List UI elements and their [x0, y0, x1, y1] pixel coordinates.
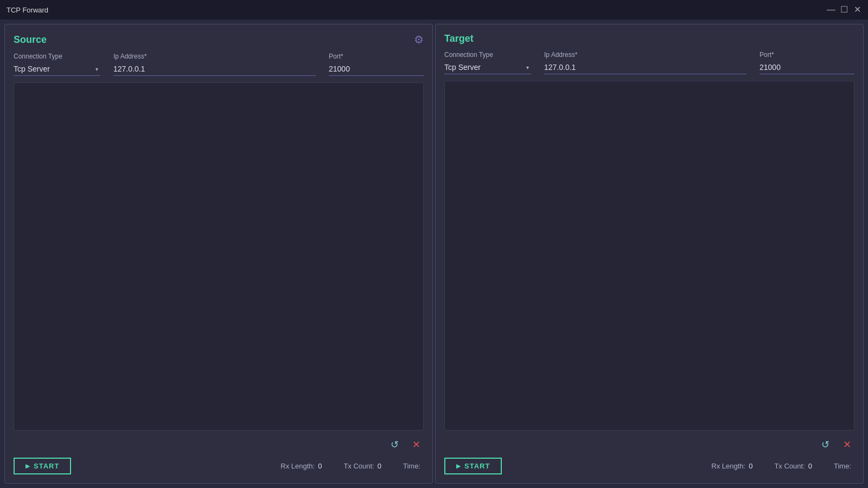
gear-icon[interactable]: ⚙ — [414, 33, 424, 46]
target-rx-value: 0 — [749, 462, 752, 470]
target-title: Target — [444, 33, 474, 44]
close-button[interactable]: ✕ — [853, 5, 861, 14]
target-tx-value: 0 — [808, 462, 812, 470]
source-bottom-controls: ↺ ✕ — [14, 437, 424, 452]
source-refresh-button[interactable]: ↺ — [387, 437, 402, 452]
target-status-bar: Rx Length: 0 Tx Count: 0 Time: — [711, 462, 854, 470]
target-tx-item: Tx Count: 0 — [774, 462, 812, 470]
source-connection-type-select[interactable]: Tcp Server Tcp Client UDP — [14, 62, 100, 76]
target-panel: Target Connection Type Tcp Server Tcp Cl… — [435, 24, 864, 484]
source-port-input[interactable] — [329, 62, 424, 76]
target-play-icon: ▶ — [456, 463, 461, 469]
source-connection-type-label: Connection Type — [14, 53, 100, 60]
target-form-row: Connection Type Tcp Server Tcp Client UD… — [444, 51, 854, 74]
source-start-button[interactable]: ▶ START — [14, 458, 71, 474]
target-refresh-button[interactable]: ↺ — [818, 437, 833, 452]
target-close-button[interactable]: ✕ — [839, 437, 854, 452]
source-tx-label: Tx Count: — [343, 462, 374, 470]
target-time-item: Time: — [834, 462, 854, 470]
source-rx-value: 0 — [318, 462, 322, 470]
source-panel-bottom: ↺ ✕ ▶ START Rx Length: 0 Tx Count: 0 — [14, 437, 424, 474]
source-form-row: Connection Type Tcp Server Tcp Client UD… — [14, 53, 424, 76]
target-tx-label: Tx Count: — [774, 462, 805, 470]
source-time-item: Time: — [403, 462, 424, 470]
maximize-button[interactable]: ☐ — [840, 5, 848, 14]
title-bar: TCP Forward — ☐ ✕ — [0, 0, 868, 20]
target-panel-bottom: ↺ ✕ ▶ START Rx Length: 0 Tx Count: 0 — [444, 437, 854, 474]
target-bottom-controls: ↺ ✕ — [444, 437, 854, 452]
source-close-button[interactable]: ✕ — [409, 437, 424, 452]
source-status-bar: Rx Length: 0 Tx Count: 0 Time: — [280, 462, 424, 470]
target-start-button[interactable]: ▶ START — [444, 458, 502, 474]
window-controls: — ☐ ✕ — [827, 5, 861, 14]
source-time-label: Time: — [403, 462, 420, 470]
source-log-area — [14, 82, 424, 431]
minimize-button[interactable]: — — [827, 5, 835, 14]
source-rx-label: Rx Length: — [280, 462, 315, 470]
source-panel: Source ⚙ Connection Type Tcp Server Tcp … — [4, 24, 433, 484]
source-rx-item: Rx Length: 0 — [280, 462, 322, 470]
source-tx-item: Tx Count: 0 — [343, 462, 381, 470]
source-title: Source — [14, 34, 47, 46]
target-start-label: START — [464, 462, 490, 470]
app-title: TCP Forward — [7, 6, 48, 14]
source-play-icon: ▶ — [25, 463, 30, 469]
source-ip-input[interactable] — [113, 62, 316, 76]
source-port-label: Port* — [329, 53, 424, 60]
target-rx-item: Rx Length: 0 — [711, 462, 752, 470]
target-port-label: Port* — [760, 51, 854, 59]
target-header: Target — [444, 33, 854, 44]
target-port-group: Port* — [760, 51, 854, 74]
source-start-label: START — [34, 462, 59, 470]
main-content: Source ⚙ Connection Type Tcp Server Tcp … — [0, 20, 868, 488]
target-time-label: Time: — [834, 462, 851, 470]
target-ip-address-group: Ip Address* — [544, 51, 746, 74]
source-port-group: Port* — [329, 53, 424, 76]
target-connection-type-group: Connection Type Tcp Server Tcp Client UD… — [444, 51, 531, 74]
target-connection-type-select-wrapper: Tcp Server Tcp Client UDP ▾ — [444, 61, 531, 74]
target-port-input[interactable] — [760, 61, 854, 74]
source-connection-type-group: Connection Type Tcp Server Tcp Client UD… — [14, 53, 100, 76]
target-connection-type-label: Connection Type — [444, 51, 531, 59]
target-log-area — [444, 81, 854, 431]
source-connection-type-select-wrapper: Tcp Server Tcp Client UDP ▾ — [14, 62, 100, 76]
source-ip-address-group: Ip Address* — [113, 53, 316, 76]
target-connection-type-select[interactable]: Tcp Server Tcp Client UDP — [444, 61, 531, 74]
target-rx-label: Rx Length: — [711, 462, 745, 470]
source-ip-label: Ip Address* — [113, 53, 316, 60]
target-ip-label: Ip Address* — [544, 51, 746, 59]
target-ip-input[interactable] — [544, 61, 746, 74]
source-tx-value: 0 — [378, 462, 381, 470]
source-header: Source ⚙ — [14, 33, 424, 46]
